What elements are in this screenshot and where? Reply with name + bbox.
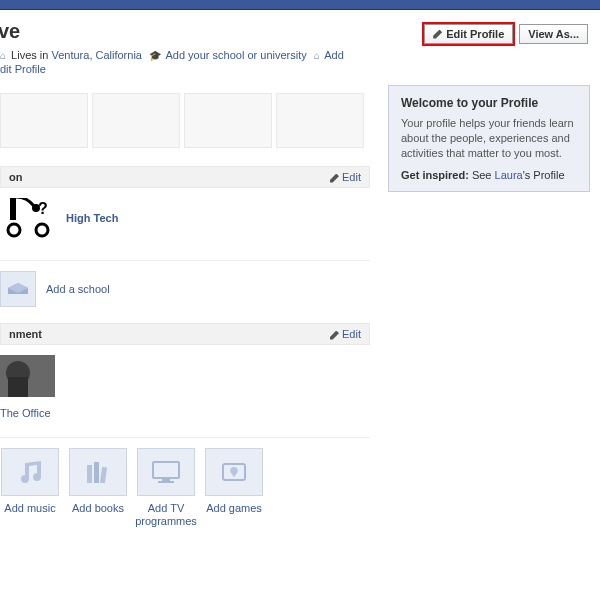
add-music-tile[interactable]: Add music [0,448,60,528]
profile-header: ve ⌂ Lives in Ventura, California 🎓 Add … [0,10,600,75]
entertainment-thumb [0,355,55,397]
education-icon: 🎓 [149,50,161,61]
photo-placeholder[interactable] [184,93,272,148]
svg-point-1 [36,224,48,236]
entertainment-item-name[interactable]: The Office [0,407,55,419]
svg-text:?: ? [38,200,48,217]
education-title: on [9,171,330,183]
education-item-name[interactable]: High Tech [66,212,118,224]
profile-info-line: ⌂ Lives in Ventura, California 🎓 Add you… [0,49,424,61]
add-games-tile[interactable]: Add games [204,448,264,528]
add-books-label[interactable]: Add books [72,502,124,515]
home-icon-2: ⌂ [314,50,320,61]
photo-strip [0,93,370,148]
svg-rect-14 [162,478,170,481]
add-books-tile[interactable]: Add books [68,448,128,528]
welcome-body: Your profile helps your friends learn ab… [401,116,577,161]
top-nav-bar [0,0,600,10]
inspire-label: Get inspired: [401,169,469,181]
entertainment-title: nment [9,328,330,340]
svg-point-0 [8,224,20,236]
games-icon [205,448,263,496]
pencil-icon [433,30,442,39]
edit-label: Edit [342,171,361,183]
edit-label: Edit [342,328,361,340]
lives-in-label: Lives in [11,49,48,61]
add-school-icon [0,271,36,307]
welcome-title: Welcome to your Profile [401,96,577,110]
add-school-link[interactable]: Add your school or university [165,49,306,61]
add-tv-label[interactable]: Add TV programmes [135,502,197,528]
svg-rect-13 [153,462,179,478]
svg-rect-15 [158,481,174,483]
music-icon [1,448,59,496]
pencil-icon [330,174,339,183]
books-icon [69,448,127,496]
svg-rect-2 [10,198,16,220]
photo-placeholder[interactable] [0,93,88,148]
education-item-icon: ? [4,198,54,238]
add-music-label[interactable]: Add music [4,502,55,515]
add-tv-tile[interactable]: Add TV programmes [136,448,196,528]
entertainment-section-header: nment Edit [0,323,370,345]
education-section-header: on Edit [0,166,370,188]
welcome-inspire: Get inspired: See Laura's Profile [401,169,577,181]
education-item[interactable]: ? High Tech [0,198,370,238]
tv-icon [137,448,195,496]
add-school-row[interactable]: Add a school [0,271,370,307]
view-as-button[interactable]: View As... [519,24,588,44]
education-edit-link[interactable]: Edit [330,171,361,183]
profile-name: ve [0,20,424,43]
svg-rect-9 [8,377,28,397]
entertainment-edit-link[interactable]: Edit [330,328,361,340]
inspire-before: See [472,169,495,181]
home-icon: ⌂ [0,50,6,61]
lives-in-link[interactable]: Ventura, California [51,49,142,61]
photo-placeholder[interactable] [92,93,180,148]
photo-placeholder[interactable] [276,93,364,148]
edit-profile-button-label: Edit Profile [446,28,504,40]
inspire-link[interactable]: Laura [495,169,523,181]
divider [0,437,370,438]
divider [0,260,370,261]
edit-profile-button[interactable]: Edit Profile [424,24,513,44]
add-school-action[interactable]: Add a school [46,283,110,295]
pencil-icon [330,331,339,340]
svg-rect-10 [87,465,92,483]
add-more-link[interactable]: Add [324,49,344,61]
svg-rect-12 [100,467,107,484]
add-interest-tiles: Add music Add books Add TV programmes [0,448,370,528]
edit-profile-small-link[interactable]: dit Profile [0,63,46,75]
inspire-after: 's Profile [523,169,565,181]
welcome-box: Welcome to your Profile Your profile hel… [388,85,590,192]
entertainment-item[interactable]: The Office [0,355,55,419]
add-games-label[interactable]: Add games [206,502,262,515]
svg-rect-11 [94,462,99,483]
